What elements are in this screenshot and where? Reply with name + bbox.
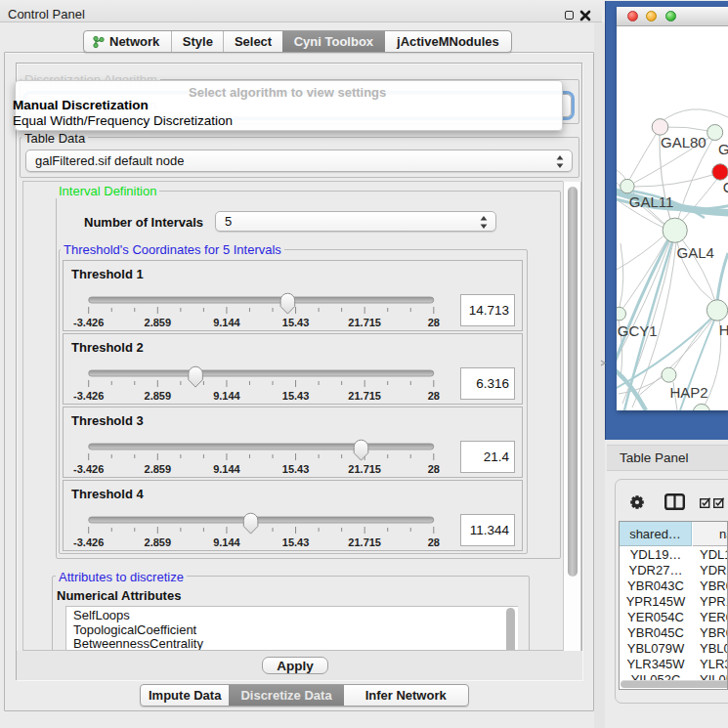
svg-text:GCY1: GCY1 (618, 322, 658, 339)
svg-text:GAL3: GAL3 (718, 141, 728, 157)
svg-text:CDC1: CDC1 (723, 179, 728, 195)
svg-text:HAP2: HAP2 (670, 384, 708, 401)
svg-text:GAL80: GAL80 (661, 134, 707, 150)
svg-text:GAL4: GAL4 (677, 244, 714, 261)
svg-text:HIS4: HIS4 (719, 321, 728, 338)
svg-text:GAL11: GAL11 (629, 193, 674, 210)
